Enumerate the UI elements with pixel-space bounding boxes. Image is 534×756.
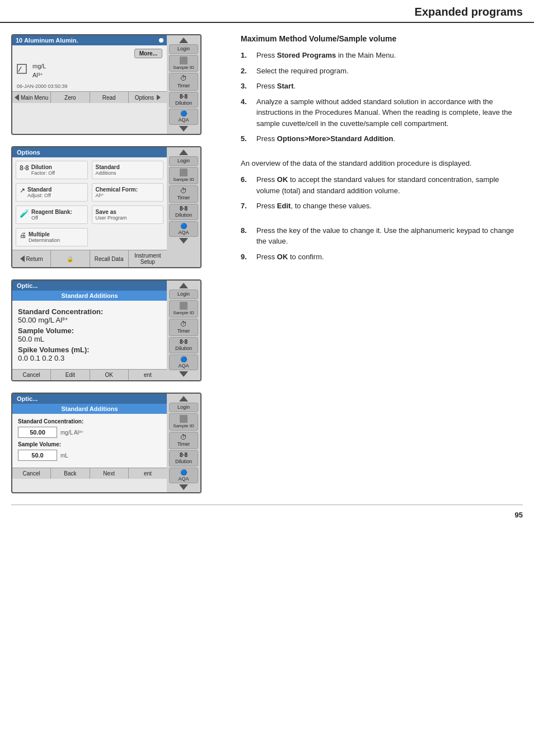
option-dilution[interactable]: 8·8 Dilution Factor: Off — [16, 161, 88, 179]
svg-rect-0 — [17, 64, 26, 73]
timer2-btn[interactable]: ⏱ Timer — [169, 185, 198, 203]
page-footer: 95 — [0, 505, 534, 525]
nav-down4-icon — [179, 484, 188, 490]
screen2-title: Options — [17, 149, 40, 156]
screen3-bottombar: Cancel Edit OK ent — [12, 369, 167, 380]
ent4-btn[interactable]: ent — [129, 468, 167, 479]
screen1-title: 10 Aluminum Alumin. — [16, 37, 78, 44]
sample-vol-label: Sample Volume: — [18, 441, 161, 447]
screen1-titlebar: 10 Aluminum Alumin. — [12, 35, 167, 45]
page-body: 10 Aluminum Alumin. More... — [0, 23, 534, 505]
screen2-sidebar: Login Sample ID ⏱ Timer 8·8 Dilution � — [167, 147, 200, 267]
read-btn[interactable]: Read — [90, 92, 129, 103]
timer3-btn[interactable]: ⏱ Timer — [169, 319, 198, 336]
aqa2-btn[interactable]: 🔵 AQA — [169, 221, 198, 237]
unit-al: Al³⁺ — [32, 72, 46, 79]
nav-down3-icon — [179, 371, 188, 377]
left-column: 10 Aluminum Alumin. More... — [11, 34, 224, 493]
sample-id4-btn[interactable]: Sample ID — [169, 413, 198, 431]
nav-down2-icon — [179, 238, 188, 244]
option-standard-additions[interactable]: Standard Additions — [92, 161, 164, 179]
nav-down-icon — [179, 126, 188, 132]
ok3-btn[interactable]: OK — [90, 370, 129, 380]
option-multiple-determination[interactable]: 🖨 Multiple Determination — [16, 228, 88, 246]
login4-btn[interactable]: Login — [169, 403, 198, 412]
page-number: 95 — [515, 511, 523, 519]
aqa4-btn[interactable]: 🔵 AQA — [169, 468, 198, 484]
sample-id3-btn[interactable]: Sample ID — [169, 300, 198, 318]
step8: 8. Press the key of the value to change … — [241, 225, 523, 247]
lock-btn[interactable]: 🔒 — [51, 250, 90, 267]
screen4-std-title: Standard Additions — [12, 404, 167, 414]
login2-btn[interactable]: Login — [169, 156, 198, 166]
standard-additions-title: Standard Additions — [12, 291, 167, 301]
svg-line-1 — [18, 67, 21, 72]
screen4-titlebar: Optic... — [12, 394, 167, 404]
step6: 6. Press OK to accept the standard value… — [241, 174, 523, 196]
option-save-user-program[interactable]: Save as User Program — [92, 206, 164, 224]
timer4-btn[interactable]: ⏱ Timer — [169, 432, 198, 449]
cancel3-btn[interactable]: Cancel — [12, 370, 51, 380]
sample-vol-field-row: 50.0 mL — [18, 450, 161, 461]
nav-up3-icon — [179, 283, 188, 288]
step4: 4. Analyze a sample without added standa… — [241, 96, 523, 129]
std-conc-label: Standard Concentration: — [18, 418, 161, 424]
section3: 8. Press the key of the value to change … — [241, 225, 523, 263]
screen4-sidebar: Login Sample ID ⏱ Timer 8·8 Dilution � — [167, 394, 200, 492]
page-header: Expanded programs — [0, 0, 534, 23]
nav-up-icon — [179, 38, 188, 43]
recall-data-btn[interactable]: Recall Data — [90, 250, 129, 267]
aqa3-btn[interactable]: 🔵 AQA — [169, 354, 198, 371]
sample-vol-row: Sample Volume: 50.0 mL — [18, 326, 161, 343]
std-conc-input[interactable]: 50.00 — [18, 427, 57, 438]
timer-btn[interactable]: ⏱ Timer — [169, 73, 198, 90]
instrument-setup-btn[interactable]: Instrument Setup — [129, 250, 167, 267]
screen3-body: Standard Concentration: 50.00 mg/L Al³⁺ … — [12, 301, 167, 369]
sample-id-btn[interactable]: Sample ID — [169, 55, 198, 72]
return-arrow-icon — [20, 255, 25, 262]
sample-vol-input[interactable]: 50.0 — [18, 450, 57, 461]
step2: 2. Select the required program. — [241, 66, 523, 77]
more-button[interactable]: More... — [134, 49, 162, 58]
page-title: Expanded programs — [415, 6, 523, 18]
screen4-body: Standard Concentration: 50.00 mg/L Al³⁺ … — [12, 414, 167, 468]
next4-btn[interactable]: Next — [90, 468, 129, 479]
instruction-list-2: 6. Press OK to accept the standard value… — [241, 174, 523, 212]
login3-btn[interactable]: Login — [169, 290, 198, 299]
options-btn[interactable]: Options — [129, 92, 167, 103]
step9: 9. Press OK to confirm. — [241, 251, 523, 263]
main-menu-btn[interactable]: Main Menu — [12, 92, 51, 103]
back4-btn[interactable]: Back — [51, 468, 90, 479]
section1: Maximum Method Volume/Sample volume 1. P… — [241, 34, 523, 144]
step7: 7. Press Edit, to change these values. — [241, 200, 523, 212]
option-reagent-blank[interactable]: 🧪 Reagent Blank: Off — [16, 206, 88, 224]
screen4-device: Optic... Standard Additions Standard Con… — [11, 393, 202, 493]
std-conc-unit: mg/L Al³⁺ — [60, 430, 83, 436]
nav-up2-icon — [179, 150, 188, 155]
option-standard-adjust[interactable]: ↗ Standard Adjust: Off — [16, 183, 88, 202]
dilution2-btn[interactable]: 8·8 Dilution — [169, 204, 198, 220]
screen2-bottombar: Return 🔒 Recall Data Instrument Setup — [12, 250, 167, 267]
ent3-btn[interactable]: ent — [129, 370, 167, 380]
return-btn[interactable]: Return — [12, 250, 51, 267]
option-chemical-form[interactable]: Chemical Form: Al³⁺ — [92, 183, 164, 202]
option-empty — [92, 228, 164, 246]
edit3-btn[interactable]: Edit — [51, 370, 90, 380]
screen1-sidebar: Login Sample ID ⏱ Timer 8·8 Dilution � — [167, 35, 200, 134]
section2-intro: An overview of the data of the standard … — [241, 158, 523, 169]
step1: 1. Press Stored Programs in the Main Men… — [241, 50, 523, 61]
timestamp: 06-JAN-2000 03:50:39 — [17, 83, 162, 89]
login-btn[interactable]: Login — [169, 44, 198, 54]
instruction-list-3: 8. Press the key of the value to change … — [241, 225, 523, 263]
sample-id2-btn[interactable]: Sample ID — [169, 167, 198, 184]
aqa-btn[interactable]: 🔵 AQA — [169, 109, 198, 125]
zero-btn[interactable]: Zero — [51, 92, 90, 103]
dilution-btn[interactable]: 8·8 Dilution — [169, 92, 198, 108]
dilution4-btn[interactable]: 8·8 Dilution — [169, 450, 198, 466]
cancel4-btn[interactable]: Cancel — [12, 468, 51, 479]
section1-heading: Maximum Method Volume/Sample volume — [241, 34, 523, 43]
dilution3-btn[interactable]: 8·8 Dilution — [169, 337, 198, 353]
sample-vol-unit: mL — [60, 452, 68, 459]
screen4-bottombar: Cancel Back Next ent — [12, 468, 167, 479]
screen3-panel-title: Optic... — [17, 282, 38, 289]
